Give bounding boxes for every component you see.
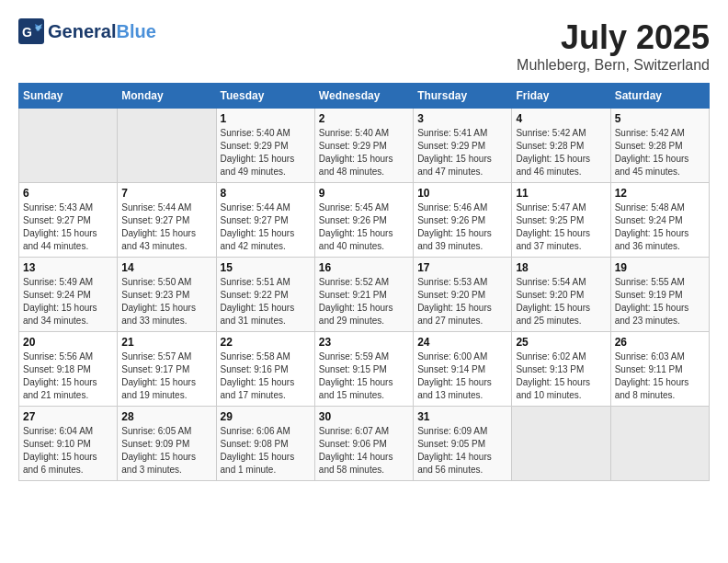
calendar-cell: 17Sunrise: 5:53 AM Sunset: 9:20 PM Dayli… xyxy=(414,258,512,332)
day-detail: Sunrise: 6:00 AM Sunset: 9:14 PM Dayligh… xyxy=(417,350,507,402)
day-number: 7 xyxy=(121,187,211,200)
day-number: 5 xyxy=(615,112,705,125)
calendar-table: SundayMondayTuesdayWednesdayThursdayFrid… xyxy=(18,83,710,481)
calendar-cell: 19Sunrise: 5:55 AM Sunset: 9:19 PM Dayli… xyxy=(610,258,709,332)
day-detail: Sunrise: 5:56 AM Sunset: 9:18 PM Dayligh… xyxy=(23,350,113,402)
day-number: 20 xyxy=(23,336,113,349)
day-detail: Sunrise: 5:40 AM Sunset: 9:29 PM Dayligh… xyxy=(319,127,409,178)
calendar-cell: 8Sunrise: 5:44 AM Sunset: 9:27 PM Daylig… xyxy=(216,183,314,258)
calendar-cell xyxy=(512,407,610,481)
calendar-cell: 28Sunrise: 6:05 AM Sunset: 9:09 PM Dayli… xyxy=(118,407,216,481)
day-detail: Sunrise: 5:46 AM Sunset: 9:26 PM Dayligh… xyxy=(417,201,507,253)
calendar-week-1: 1Sunrise: 5:40 AM Sunset: 9:29 PM Daylig… xyxy=(19,109,710,183)
day-number: 16 xyxy=(319,261,409,274)
day-number: 6 xyxy=(23,187,113,200)
day-number: 19 xyxy=(615,261,705,274)
day-number: 28 xyxy=(121,410,211,423)
day-number: 18 xyxy=(516,261,606,274)
calendar-cell: 16Sunrise: 5:52 AM Sunset: 9:21 PM Dayli… xyxy=(314,258,413,332)
day-detail: Sunrise: 5:58 AM Sunset: 9:16 PM Dayligh… xyxy=(221,350,311,402)
day-number: 10 xyxy=(417,187,507,200)
page-header: G GeneralBlue July 2025 Muhleberg, Bern,… xyxy=(18,18,710,74)
day-detail: Sunrise: 5:49 AM Sunset: 9:24 PM Dayligh… xyxy=(23,276,113,327)
calendar-cell: 24Sunrise: 6:00 AM Sunset: 9:14 PM Dayli… xyxy=(414,332,512,407)
calendar-cell: 6Sunrise: 5:43 AM Sunset: 9:27 PM Daylig… xyxy=(19,183,118,258)
calendar-cell: 12Sunrise: 5:48 AM Sunset: 9:24 PM Dayli… xyxy=(610,183,709,258)
weekday-header-row: SundayMondayTuesdayWednesdayThursdayFrid… xyxy=(19,84,710,109)
day-number: 2 xyxy=(319,112,409,125)
weekday-header-monday: Monday xyxy=(118,84,216,109)
weekday-header-tuesday: Tuesday xyxy=(216,84,314,109)
calendar-cell: 22Sunrise: 5:58 AM Sunset: 9:16 PM Dayli… xyxy=(216,332,314,407)
day-detail: Sunrise: 6:07 AM Sunset: 9:06 PM Dayligh… xyxy=(319,425,409,477)
title-block: July 2025 Muhleberg, Bern, Switzerland xyxy=(517,18,710,74)
weekday-header-wednesday: Wednesday xyxy=(314,84,413,109)
day-number: 30 xyxy=(319,410,409,423)
day-detail: Sunrise: 6:03 AM Sunset: 9:11 PM Dayligh… xyxy=(615,350,705,402)
day-number: 24 xyxy=(417,336,507,349)
calendar-cell: 5Sunrise: 5:42 AM Sunset: 9:28 PM Daylig… xyxy=(610,109,709,183)
day-detail: Sunrise: 6:09 AM Sunset: 9:05 PM Dayligh… xyxy=(417,425,507,477)
calendar-cell: 31Sunrise: 6:09 AM Sunset: 9:05 PM Dayli… xyxy=(414,407,512,481)
day-detail: Sunrise: 6:02 AM Sunset: 9:13 PM Dayligh… xyxy=(516,350,606,402)
calendar-week-5: 27Sunrise: 6:04 AM Sunset: 9:10 PM Dayli… xyxy=(19,407,710,481)
day-number: 27 xyxy=(23,410,113,423)
day-detail: Sunrise: 5:42 AM Sunset: 9:28 PM Dayligh… xyxy=(615,127,705,178)
day-number: 22 xyxy=(221,336,311,349)
calendar-week-4: 20Sunrise: 5:56 AM Sunset: 9:18 PM Dayli… xyxy=(19,332,710,407)
day-detail: Sunrise: 5:54 AM Sunset: 9:20 PM Dayligh… xyxy=(516,276,606,327)
logo-general: General xyxy=(48,21,116,41)
day-detail: Sunrise: 5:59 AM Sunset: 9:15 PM Dayligh… xyxy=(319,350,409,402)
day-number: 21 xyxy=(121,336,211,349)
calendar-cell: 25Sunrise: 6:02 AM Sunset: 9:13 PM Dayli… xyxy=(512,332,610,407)
calendar-cell: 14Sunrise: 5:50 AM Sunset: 9:23 PM Dayli… xyxy=(118,258,216,332)
day-number: 3 xyxy=(417,112,507,125)
calendar-cell: 2Sunrise: 5:40 AM Sunset: 9:29 PM Daylig… xyxy=(314,109,413,183)
day-number: 8 xyxy=(221,187,311,200)
day-detail: Sunrise: 6:04 AM Sunset: 9:10 PM Dayligh… xyxy=(23,425,113,477)
day-detail: Sunrise: 5:44 AM Sunset: 9:27 PM Dayligh… xyxy=(121,201,211,253)
logo: G GeneralBlue xyxy=(18,18,156,44)
day-detail: Sunrise: 5:41 AM Sunset: 9:29 PM Dayligh… xyxy=(417,127,507,178)
calendar-cell: 29Sunrise: 6:06 AM Sunset: 9:08 PM Dayli… xyxy=(216,407,314,481)
day-detail: Sunrise: 5:40 AM Sunset: 9:29 PM Dayligh… xyxy=(221,127,311,178)
calendar-cell: 1Sunrise: 5:40 AM Sunset: 9:29 PM Daylig… xyxy=(216,109,314,183)
day-number: 12 xyxy=(615,187,705,200)
calendar-cell xyxy=(610,407,709,481)
day-number: 9 xyxy=(319,187,409,200)
day-detail: Sunrise: 5:48 AM Sunset: 9:24 PM Dayligh… xyxy=(615,201,705,253)
day-detail: Sunrise: 5:55 AM Sunset: 9:19 PM Dayligh… xyxy=(615,276,705,327)
calendar-cell: 10Sunrise: 5:46 AM Sunset: 9:26 PM Dayli… xyxy=(414,183,512,258)
day-number: 15 xyxy=(221,261,311,274)
month-title: July 2025 xyxy=(517,18,710,57)
day-detail: Sunrise: 5:42 AM Sunset: 9:28 PM Dayligh… xyxy=(516,127,606,178)
day-number: 14 xyxy=(121,261,211,274)
day-detail: Sunrise: 5:50 AM Sunset: 9:23 PM Dayligh… xyxy=(121,276,211,327)
day-number: 11 xyxy=(516,187,606,200)
calendar-cell: 21Sunrise: 5:57 AM Sunset: 9:17 PM Dayli… xyxy=(118,332,216,407)
day-number: 13 xyxy=(23,261,113,274)
day-detail: Sunrise: 5:43 AM Sunset: 9:27 PM Dayligh… xyxy=(23,201,113,253)
day-detail: Sunrise: 6:06 AM Sunset: 9:08 PM Dayligh… xyxy=(221,425,311,477)
day-number: 17 xyxy=(417,261,507,274)
calendar-cell: 23Sunrise: 5:59 AM Sunset: 9:15 PM Dayli… xyxy=(314,332,413,407)
weekday-header-thursday: Thursday xyxy=(414,84,512,109)
calendar-cell: 26Sunrise: 6:03 AM Sunset: 9:11 PM Dayli… xyxy=(610,332,709,407)
weekday-header-saturday: Saturday xyxy=(610,84,709,109)
day-number: 23 xyxy=(319,336,409,349)
calendar-cell: 30Sunrise: 6:07 AM Sunset: 9:06 PM Dayli… xyxy=(314,407,413,481)
day-detail: Sunrise: 5:47 AM Sunset: 9:25 PM Dayligh… xyxy=(516,201,606,253)
day-detail: Sunrise: 5:52 AM Sunset: 9:21 PM Dayligh… xyxy=(319,276,409,327)
calendar-week-3: 13Sunrise: 5:49 AM Sunset: 9:24 PM Dayli… xyxy=(19,258,710,332)
calendar-cell: 18Sunrise: 5:54 AM Sunset: 9:20 PM Dayli… xyxy=(512,258,610,332)
calendar-cell: 27Sunrise: 6:04 AM Sunset: 9:10 PM Dayli… xyxy=(19,407,118,481)
day-detail: Sunrise: 5:51 AM Sunset: 9:22 PM Dayligh… xyxy=(221,276,311,327)
day-detail: Sunrise: 6:05 AM Sunset: 9:09 PM Dayligh… xyxy=(121,425,211,477)
day-number: 25 xyxy=(516,336,606,349)
day-number: 26 xyxy=(615,336,705,349)
weekday-header-sunday: Sunday xyxy=(19,84,118,109)
calendar-cell: 11Sunrise: 5:47 AM Sunset: 9:25 PM Dayli… xyxy=(512,183,610,258)
logo-blue: Blue xyxy=(116,21,155,41)
day-number: 1 xyxy=(221,112,311,125)
calendar-cell xyxy=(19,109,118,183)
